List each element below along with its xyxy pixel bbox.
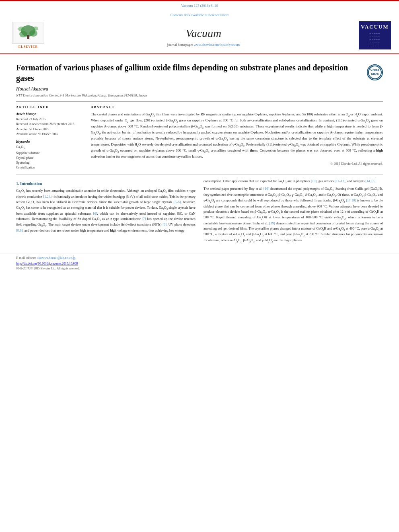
footer-copyright: 0042-207X/© 2015 Elsevier Ltd. All right… — [16, 267, 383, 271]
footer-doi: http://dx.doi.org/10.1016/j.vacuum.2015.… — [16, 261, 383, 266]
ref-17-18[interactable]: [17,18] — [346, 198, 356, 202]
article-info-heading: ARTICLE INFO — [16, 105, 84, 109]
vacuum-badge-text: VACUUM — [361, 23, 389, 31]
elsevier-text: ELSEVIER — [19, 45, 38, 49]
volume-text: Vacuum 123 (2016) 8–16 — [181, 4, 218, 8]
vacuum-badge-decoration: ───────────────────────── — [370, 32, 380, 48]
page: Vacuum 123 (2016) 8–16 Contents lists av… — [0, 0, 399, 532]
affiliation: NTT Device Innovation Center, 3-1 Morino… — [16, 93, 383, 98]
svg-text:Mark: Mark — [371, 72, 379, 76]
journal-header: Contents lists available at ScienceDirec… — [0, 9, 399, 55]
footer-email: E-mail address: akazawa.housei@lab.ntt.c… — [16, 256, 383, 260]
article-title-block: Formation of various phases of gallium o… — [16, 62, 383, 83]
abstract-col: ABSTRACT The crystal phases and orientat… — [91, 105, 383, 170]
abstract-heading: ABSTRACT — [91, 105, 383, 109]
ref-7[interactable]: [7] — [142, 217, 146, 221]
keywords-list: Ga2O3 Sapphire substrate Crystal phase S… — [16, 145, 84, 170]
body-left-col: 1. Introduction Ga2O3 has recently been … — [16, 179, 195, 245]
keyword-3: Crystal phase — [16, 156, 84, 160]
right-para-2: The seminal paper presented by Roy et al… — [204, 186, 383, 243]
ref-14-15[interactable]: [14,15] — [366, 179, 376, 183]
article-history-label: Article history: — [16, 112, 84, 116]
crossmark-badge: Cross Mark — [367, 64, 383, 80]
abstract-paragraph: The crystal phases and orientations of G… — [91, 112, 383, 159]
page-footer: E-mail address: akazawa.housei@lab.ntt.c… — [0, 253, 399, 273]
received-date: Received 23 July 2015 — [16, 117, 84, 121]
ref-16[interactable]: [16] — [263, 187, 269, 191]
available-date: Available online 9 October 2015 — [16, 132, 84, 136]
contents-text: Contents lists available at — [171, 13, 208, 17]
sciencedirect-link[interactable]: ScienceDirect — [208, 13, 228, 17]
section-divider — [16, 174, 383, 175]
email-label: E-mail address: — [16, 256, 36, 260]
received-revised-text: Received in revised form 28 September 20… — [16, 122, 74, 126]
keyword-4: Sputtering — [16, 160, 84, 165]
abstract-copyright: © 2015 Elsevier Ltd. All rights reserved… — [91, 162, 383, 166]
ref-11-13[interactable]: [11–13] — [335, 179, 346, 183]
ref-10[interactable]: [10] — [311, 179, 317, 183]
elsevier-logo-image — [12, 22, 44, 44]
crossmark-svg: Cross Mark — [368, 65, 382, 80]
doi-link[interactable]: http://dx.doi.org/10.1016/j.vacuum.2015.… — [16, 262, 78, 265]
journal-name: Vacuum — [56, 25, 351, 41]
elsevier-svg — [13, 23, 43, 43]
svg-point-2 — [19, 31, 27, 37]
intro-body-text: Ga2O3 has recently been attracting consi… — [16, 188, 195, 233]
contents-available: Contents lists available at ScienceDirec… — [8, 12, 391, 18]
ref-8-9[interactable]: [8,9] — [16, 228, 23, 232]
right-para-1: consumption. Other applications that are… — [204, 179, 383, 185]
body-two-col: 1. Introduction Ga2O3 has recently been … — [16, 179, 383, 245]
keyword-5: Crystallization — [16, 165, 84, 170]
vacuum-badge: VACUUM ───────────────────────── — [359, 21, 391, 49]
article-info-col: ARTICLE INFO Article history: Received 2… — [16, 105, 84, 170]
ref-6b[interactable]: [6] — [162, 222, 167, 226]
author-name: Housei Akazawa — [16, 86, 383, 92]
abstract-text: The crystal phases and orientations of G… — [91, 112, 383, 159]
svg-rect-4 — [27, 35, 29, 39]
article-info-abstract: ARTICLE INFO Article history: Received 2… — [16, 101, 383, 170]
journal-homepage: journal homepage: www.elsevier.com/locat… — [56, 43, 351, 47]
body-right-text: consumption. Other applications that are… — [204, 179, 383, 243]
intro-para-1: Ga2O3 has recently been attracting consi… — [16, 188, 195, 233]
ref-3-5[interactable]: [3–5] — [173, 200, 181, 204]
intro-number: 1. — [16, 181, 20, 186]
homepage-url[interactable]: www.elsevier.com/locate/vacuum — [193, 43, 240, 47]
intro-heading: 1. Introduction — [16, 181, 195, 187]
ref-1-2[interactable]: [1,2] — [43, 195, 49, 199]
svg-point-6 — [33, 27, 38, 31]
svg-text:Cross: Cross — [370, 68, 380, 72]
ref-19[interactable]: [19] — [269, 221, 275, 225]
email-link[interactable]: akazawa.housei@lab.ntt.co.jp — [37, 256, 76, 260]
keyword-1: Ga2O3 — [16, 145, 84, 150]
accepted-date: Accepted 5 October 2015 — [16, 127, 84, 131]
keyword-2: Sapphire substrate — [16, 151, 84, 155]
article-title-text: Formation of various phases of gallium o… — [16, 62, 363, 83]
main-content: Formation of various phases of gallium o… — [0, 54, 399, 249]
body-right-col: consumption. Other applications that are… — [204, 179, 383, 245]
svg-point-3 — [29, 30, 37, 37]
volume-info: Vacuum 123 (2016) 8–16 — [0, 1, 399, 9]
ref-6a[interactable]: [6] — [93, 212, 97, 216]
received-revised-date: Received in revised form 28 September 20… — [16, 122, 84, 126]
journal-header-main: ELSEVIER Vacuum journal homepage: www.el… — [8, 19, 391, 52]
elsevier-logo: ELSEVIER — [8, 22, 48, 49]
journal-center: Vacuum journal homepage: www.elsevier.co… — [56, 24, 351, 47]
homepage-label: journal homepage: — [167, 43, 193, 47]
keywords-label: Keywords: — [16, 140, 84, 144]
svg-point-5 — [18, 27, 25, 31]
intro-title: Introduction — [20, 181, 42, 186]
